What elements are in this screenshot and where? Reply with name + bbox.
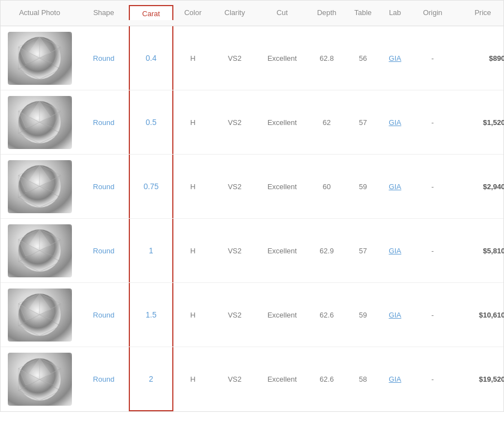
depth-cell: 62.9 <box>307 242 346 259</box>
diamond-photo <box>1 92 79 153</box>
price-cell: $5,810 <box>455 242 504 259</box>
table-cell: 57 <box>346 242 380 259</box>
cut-cell: Excellent <box>257 50 307 67</box>
cut-cell: Excellent <box>257 371 307 388</box>
carat-cell: 0.4 <box>129 26 173 90</box>
origin-cell: - <box>410 371 455 388</box>
cut-cell: Excellent <box>257 242 307 259</box>
table-cell: 59 <box>346 178 380 195</box>
lab-cell[interactable]: GIA <box>380 371 410 388</box>
header-shape: Shape <box>79 6 129 20</box>
diamond-table: Actual Photo Shape Carat Color Clarity C… <box>0 0 504 412</box>
shape-cell: Round <box>79 371 129 388</box>
diamond-photo <box>1 156 79 218</box>
cut-cell: Excellent <box>257 306 307 324</box>
carat-cell: 2 <box>129 347 173 411</box>
lab-cell[interactable]: GIA <box>380 306 410 324</box>
clarity-cell: VS2 <box>212 114 257 131</box>
price-cell: $1,520 <box>455 114 504 131</box>
diamond-image <box>8 160 72 213</box>
origin-cell: - <box>410 306 455 324</box>
lab-cell[interactable]: GIA <box>380 242 410 259</box>
origin-cell: - <box>410 178 455 195</box>
depth-cell: 62 <box>307 114 346 131</box>
header-price: Price <box>455 6 504 20</box>
shape-cell: Round <box>79 242 129 259</box>
table-cell: 58 <box>346 371 380 388</box>
shape-cell: Round <box>79 114 129 131</box>
diamond-photo <box>1 284 79 346</box>
diamond-image <box>8 96 72 149</box>
price-cell: $890 <box>455 50 504 67</box>
depth-cell: 62.8 <box>307 50 346 67</box>
table-row: Round 0.75 H VS2 Excellent 60 59 GIA - $… <box>1 155 503 219</box>
origin-cell: - <box>410 50 455 67</box>
header-carat: Carat <box>129 5 173 20</box>
carat-cell: 1.5 <box>129 283 173 347</box>
origin-cell: - <box>410 242 455 259</box>
header-cut: Cut <box>257 6 307 20</box>
cut-cell: Excellent <box>257 178 307 195</box>
clarity-cell: VS2 <box>212 242 257 259</box>
clarity-cell: VS2 <box>212 178 257 195</box>
diamond-image <box>8 353 72 406</box>
color-cell: H <box>173 306 212 324</box>
lab-cell[interactable]: GIA <box>380 178 410 195</box>
header-lab: Lab <box>380 6 410 20</box>
clarity-cell: VS2 <box>212 50 257 67</box>
shape-cell: Round <box>79 306 129 324</box>
table-row: Round 2 H VS2 Excellent 62.6 58 GIA - $1… <box>1 347 503 411</box>
carat-cell: 1 <box>129 219 173 282</box>
depth-cell: 62.6 <box>307 371 346 388</box>
table-header: Actual Photo Shape Carat Color Clarity C… <box>1 1 503 26</box>
table-cell: 59 <box>346 306 380 324</box>
cut-cell: Excellent <box>257 114 307 131</box>
diamond-image <box>8 32 72 85</box>
header-actual-photo: Actual Photo <box>1 6 79 20</box>
price-cell: $19,520 <box>455 371 504 388</box>
header-depth: Depth <box>307 6 346 20</box>
diamond-photo <box>1 348 79 410</box>
table-cell: 57 <box>346 114 380 131</box>
depth-cell: 62.6 <box>307 306 346 324</box>
diamond-image <box>8 289 72 342</box>
color-cell: H <box>173 178 212 195</box>
clarity-cell: VS2 <box>212 306 257 324</box>
carat-cell: 0.5 <box>129 90 173 154</box>
depth-cell: 60 <box>307 178 346 195</box>
header-origin: Origin <box>410 6 455 20</box>
color-cell: H <box>173 114 212 131</box>
color-cell: H <box>173 371 212 388</box>
shape-cell: Round <box>79 50 129 67</box>
table-row: Round 1.5 H VS2 Excellent 62.6 59 GIA - … <box>1 283 503 347</box>
header-clarity: Clarity <box>212 6 257 20</box>
color-cell: H <box>173 242 212 259</box>
lab-cell[interactable]: GIA <box>380 50 410 67</box>
table-row: Round 0.5 H VS2 Excellent 62 57 GIA - $1… <box>1 90 503 155</box>
color-cell: H <box>173 50 212 67</box>
table-row: Round 0.4 H VS2 Excellent 62.8 56 GIA - … <box>1 26 503 90</box>
shape-cell: Round <box>79 178 129 195</box>
clarity-cell: VS2 <box>212 371 257 388</box>
lab-cell[interactable]: GIA <box>380 114 410 131</box>
table-row: Round 1 H VS2 Excellent 62.9 57 GIA - $5… <box>1 219 503 283</box>
carat-cell: 0.75 <box>129 155 173 218</box>
table-cell: 56 <box>346 50 380 67</box>
price-cell: $2,940 <box>455 178 504 195</box>
price-cell: $10,610 <box>455 306 504 324</box>
origin-cell: - <box>410 114 455 131</box>
diamond-photo <box>1 220 79 282</box>
header-table: Table <box>346 6 380 20</box>
diamond-photo <box>1 27 79 89</box>
diamond-image <box>8 224 72 277</box>
header-color: Color <box>173 6 212 20</box>
